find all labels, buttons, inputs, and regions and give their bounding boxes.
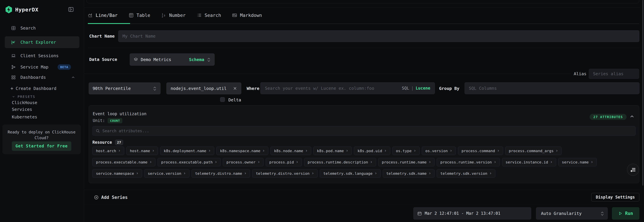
sql-toggle[interactable]: SQL	[402, 86, 409, 91]
metric-chip[interactable]: nodejs.event_loop.util	[166, 82, 241, 94]
attribute-chip-label: process.executable.name	[96, 160, 148, 164]
help-widget-button[interactable]	[627, 164, 639, 176]
attribute-chip[interactable]: process.executable.path›	[158, 158, 221, 166]
chevron-up-icon[interactable]	[630, 114, 634, 119]
attribute-chip[interactable]: process.command›	[458, 147, 503, 155]
sidebar-item-service-map[interactable]: Service Map BETA	[5, 61, 80, 72]
attribute-chip[interactable]: os.type›	[392, 147, 420, 155]
delta-checkbox[interactable]	[220, 97, 225, 102]
attribute-chip[interactable]: process.pid›	[266, 158, 302, 166]
tab-line-bar[interactable]: Line/Bar	[88, 10, 118, 20]
display-settings-button[interactable]: Display Settings	[591, 193, 639, 202]
search-icon	[96, 129, 100, 133]
attribute-chip[interactable]: k8s.namespace.name›	[216, 147, 268, 155]
run-button[interactable]: Run	[612, 207, 639, 220]
attribute-chip-label: k8s.pod.name	[317, 149, 344, 153]
plus-icon: +	[10, 86, 13, 91]
attribute-chip[interactable]: k8s.deployment.name›	[160, 147, 214, 155]
sidebar-item-client-sessions[interactable]: Client Sessions	[5, 50, 80, 61]
aggregation-select[interactable]: 90th Percentile	[89, 82, 160, 94]
tab-track	[88, 24, 639, 24]
attribute-chip[interactable]: service.namespace›	[92, 169, 142, 178]
clickhouse-cloud-promo: Ready to deploy on ClickHouse Cloud? Get…	[2, 125, 81, 154]
divider	[84, 204, 644, 204]
attribute-chip-label: os.version	[426, 149, 448, 153]
preset-kubernetes[interactable]: Kubernetes	[12, 114, 37, 120]
unit-value-badge: COUNT	[108, 118, 122, 123]
scrollbar-thumb[interactable]	[642, 0, 643, 186]
sidebar-item-dashboards[interactable]: Dashboards	[5, 72, 80, 83]
chevron-right-icon: ›	[152, 149, 154, 153]
attribute-chip[interactable]: process.executable.name›	[92, 158, 156, 166]
chevron-right-icon: ›	[428, 160, 431, 164]
sidebar: HyperDX Search Chart Explorer	[0, 0, 84, 222]
attribute-chip[interactable]: process.runtime.version›	[437, 158, 500, 166]
attribute-chip[interactable]: telemetry.sdk.language›	[320, 169, 380, 178]
tab-markdown[interactable]: Markdown	[232, 10, 262, 20]
preset-clickhouse[interactable]: ClickHouse	[12, 100, 37, 105]
attribute-chip[interactable]: k8s.pod.uid›	[354, 147, 390, 155]
attribute-chip[interactable]: process.owner›	[223, 158, 264, 166]
create-dashboard-button[interactable]: + Create Dashboard	[10, 85, 56, 91]
preset-services[interactable]: Services	[12, 107, 32, 112]
attribute-chip-label: host.arch	[96, 149, 116, 153]
chart-name-input[interactable]	[118, 30, 639, 42]
attribute-chip-label: telemetry.distro.name	[195, 171, 242, 176]
schema-link[interactable]: Schema	[189, 57, 204, 62]
attribute-chip[interactable]: k8s.node.name›	[270, 147, 311, 155]
attribute-chip[interactable]: telemetry.distro.name›	[192, 169, 250, 178]
chart-line-icon	[11, 40, 16, 44]
logo-row: HyperDX	[5, 6, 80, 13]
attributes-count-badge: 27 ATTRIBUTES	[590, 114, 626, 120]
attribute-chip[interactable]: process.command_args›	[505, 147, 562, 155]
granularity-select[interactable]: Auto Granularity	[536, 207, 608, 220]
presets-toggle[interactable]: PRESETS	[12, 94, 35, 99]
attribute-chip-label: k8s.node.name	[274, 149, 303, 153]
select-chevrons-icon	[600, 211, 604, 216]
attribute-chip[interactable]: process.runtime.description›	[304, 158, 376, 166]
chevron-right-icon: ›	[136, 171, 138, 175]
add-series-button[interactable]: Add Series	[94, 193, 128, 202]
attribute-chip[interactable]: service.name›	[558, 158, 597, 166]
time-range-picker[interactable]: Mar 2 12:47:01 - Mar 2 13:47:01	[414, 207, 531, 220]
attribute-chip-label: service.namespace	[96, 171, 134, 176]
data-source-label: Data Source	[89, 57, 117, 62]
attribute-chip-label: k8s.pod.uid	[358, 149, 382, 153]
attribute-chip[interactable]: host.name›	[126, 147, 158, 155]
svg-text:3: 3	[164, 14, 165, 17]
chevron-right-icon: ›	[556, 149, 558, 153]
remove-metric-icon[interactable]	[233, 86, 237, 90]
sidebar-item-search[interactable]: Search	[5, 22, 80, 33]
attribute-search-input[interactable]	[102, 129, 632, 133]
tab-search[interactable]: Search	[197, 10, 221, 20]
time-range-value: Mar 2 12:47:01 - Mar 2 13:47:01	[425, 211, 500, 216]
attribute-chip[interactable]: process.runtime.name›	[378, 158, 434, 166]
attribute-chip-label: service.instance.id	[506, 160, 548, 164]
attribute-chip[interactable]: service.version›	[144, 169, 190, 178]
get-started-button[interactable]: Get Started for Free	[12, 141, 71, 151]
attribute-chip[interactable]: os.version›	[422, 147, 456, 155]
chevron-right-icon: ›	[450, 149, 452, 153]
attribute-chip[interactable]: k8s.pod.name›	[314, 147, 352, 155]
sidebar-collapse-icon[interactable]	[68, 6, 74, 12]
attribute-chip-label: process.pid	[269, 160, 294, 164]
chevron-right-icon: ›	[244, 171, 246, 175]
attribute-chip[interactable]: telemetry.sdk.name›	[383, 169, 435, 178]
attribute-chip[interactable]: telemetry.distro.version›	[252, 169, 318, 178]
attribute-chip[interactable]: telemetry.sdk.version›	[437, 169, 495, 178]
divider	[84, 74, 571, 74]
group-by-input[interactable]	[464, 82, 640, 94]
divider	[84, 190, 640, 190]
attribute-chip[interactable]: host.arch›	[92, 147, 124, 155]
sidebar-item-chart-explorer[interactable]: Chart Explorer	[5, 36, 80, 48]
data-source-select[interactable]: Demo Metrics Schema	[130, 53, 214, 66]
lucene-toggle[interactable]: Lucene	[416, 86, 430, 91]
attribute-chip-label: process.executable.path	[161, 160, 213, 164]
where-search-input[interactable]	[260, 82, 402, 94]
tab-table[interactable]: Table	[129, 10, 150, 20]
attribute-chip[interactable]: service.instance.id›	[502, 158, 556, 166]
resource-group-header: Resource 27	[92, 140, 123, 145]
series-alias-input[interactable]	[589, 69, 639, 79]
chevron-right-icon: ›	[591, 160, 593, 164]
tab-number[interactable]: 1 2 3 Number	[161, 10, 186, 20]
